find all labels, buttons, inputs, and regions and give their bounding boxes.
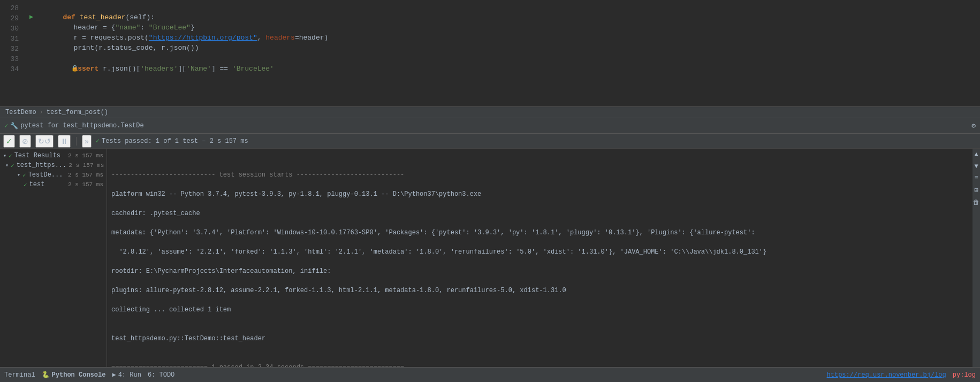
run-body: ▾ ✓ Test Results 2 s 157 ms ▾ ✓ test_htt… [0,149,980,367]
tree-check-test: ✓ [24,181,27,188]
python-console-button[interactable]: 🐍 Python Console [42,371,106,379]
run-panel: ✓ 🔧 pytest for test_httpsdemo.TestDemo.t… [0,118,980,367]
status-link[interactable]: https://req.usr.novenber.bj/log [827,371,946,379]
gutter-btn-1[interactable]: ≡ [974,174,978,182]
run-tab-label: pytest for test_httpsdemo.TestDemo.test_… [20,122,143,129]
tree-chevron-testhttps: ▾ [5,162,9,169]
tree-label-testde: TestDe... [28,171,63,179]
code-area: 28 29 30 31 32 33 34 ▶ def test_header(s… [0,0,980,118]
breadcrumb-part-2: test_form_post() [47,109,108,116]
code-line-28 [29,2,980,12]
tree-label-testhttps: test_https... [17,162,67,169]
status-bar-right: https://req.usr.novenber.bj/log py:log [827,371,976,379]
gutter-btn-2[interactable]: ⊞ [974,186,978,194]
tree-chevron-testde: ▾ [17,172,20,178]
console-line-3: cachedir: .pytest_cache [111,209,968,218]
code-text-31: r = requests.post("https://httpbin.org/p… [40,33,328,43]
console-line-5: '2.8.12', 'assume': '2.2.1', 'forked': '… [111,247,968,257]
todo-label: 6: TODO [148,371,174,379]
tree-time-results: 2 s 157 ms [68,152,103,159]
code-line-31: r = requests.post("https://httpbin.org/p… [29,33,980,43]
breakpoint-29 [35,12,44,22]
tree-item-results[interactable]: ▾ ✓ Test Results 2 s 157 ms [0,151,107,161]
tree-item-testde[interactable]: ▾ ✓ TestDe... 2 s 157 ms [0,170,107,180]
run-icon-status: ▶ [112,371,116,379]
console-line-6: rootdir: E:\PycharmProjects\Interfaceaut… [111,266,968,276]
code-text-30: header = {"name": "BruceLee"} [40,22,195,33]
run-tab-icon: 🔧 [10,122,18,130]
tree-time-testhttps: 2 s 157 ms [69,162,104,169]
tree-panel: ▾ ✓ Test Results 2 s 157 ms ▾ ✓ test_htt… [0,149,107,367]
test-status: ✓ Tests passed: 1 of 1 test – 2 s 157 ms [96,137,248,145]
run-button[interactable]: ▶ 4: Run [112,371,141,379]
code-text-32: print(r.status_code, r.json()) [40,43,199,53]
console-line-12: ========================= 1 passed in 2.… [111,363,968,367]
right-gutter: ▲ ▼ ≡ ⊞ 🗑 [973,149,980,367]
terminal-button[interactable]: Terminal [4,371,35,379]
run-icon-29[interactable]: ▶ [29,12,33,22]
tree-label-test: test [29,181,45,188]
todo-button[interactable]: 6: TODO [148,371,174,379]
breadcrumb-part-1: TestDemo [5,109,36,116]
code-text-33: assert r.json()['headers']['Name'] == 'B… [40,64,274,74]
run-label: 4: Run [118,371,141,379]
tree-time-test: 2 s 157 ms [68,181,103,188]
toolbar-sep-1 [76,137,77,146]
code-line-34 [29,84,980,94]
breakpoint-34 [29,84,38,94]
run-tab[interactable]: ✓ 🔧 pytest for test_httpsdemo.TestDemo.t… [4,122,143,130]
console-line-1: --------------------------- test session… [111,170,968,180]
tree-check-testde: ✓ [22,172,26,179]
breakpoint-33: 🔒 [29,53,38,84]
console-line-7: plugins: allure-pytest-2.8.12, assume-2.… [111,286,968,295]
code-line-33: 🔒 assert r.json()['headers']['Name'] == … [29,53,980,84]
line-numbers: 28 29 30 31 32 33 34 [0,2,24,106]
code-text-29: def test_header(self): [46,12,155,22]
tree-check-testhttps: ✓ [11,162,14,169]
breakpoint-28 [29,2,38,12]
pause-toolbar-button[interactable]: ⏸ [58,135,71,148]
code-content: ▶ def test_header(self): header = {"name… [24,2,980,106]
more-toolbar-button[interactable]: » [82,135,92,148]
rerun-toolbar-button[interactable]: ↻↺ [35,135,54,148]
code-line-32: print(r.status_code, r.json()) [29,43,980,53]
tree-item-test[interactable]: ✓ test 2 s 157 ms [0,180,107,189]
run-header: ✓ 🔧 pytest for test_httpsdemo.TestDemo.t… [0,118,980,134]
python-console-icon: 🐍 [42,371,50,379]
settings-button[interactable]: ⚙ [971,121,976,130]
terminal-label: Terminal [4,371,35,379]
tree-label-results: Test Results [14,152,60,159]
tree-item-testhttps[interactable]: ▾ ✓ test_https... 2 s 157 ms [0,161,107,170]
breakpoint-32 [29,43,38,53]
tree-chevron-results: ▾ [3,152,6,159]
run-tab-check-icon: ✓ [4,122,8,130]
breakpoint-31 [29,33,38,43]
python-console-label: Python Console [52,371,106,379]
console-output[interactable]: --------------------------- test session… [107,149,973,367]
breadcrumb: TestDemo › test_form_post() [0,106,980,118]
code-line-29: ▶ def test_header(self): [29,12,980,22]
test-status-check-icon: ✓ [96,137,100,145]
console-line-2: platform win32 -- Python 3.7.4, pytest-3… [111,189,968,199]
scroll-up-button[interactable]: ▲ [974,151,978,158]
tree-check-results: ✓ [9,152,12,159]
run-toolbar: ✓ ⊘ ↻↺ ⏸ » ✓ Tests passed: 1 of 1 test –… [0,134,980,149]
tree-time-testde: 2 s 157 ms [68,172,103,178]
console-line-8: collecting ... collected 1 item [111,305,968,315]
breadcrumb-sep: › [40,109,43,116]
console-line-10: test_httpsdemo.py::TestDemo::test_header [111,334,968,343]
scroll-down-button[interactable]: ▼ [974,163,978,170]
test-status-text: Tests passed: 1 of 1 test – 2 s 157 ms [102,137,248,145]
breakpoint-30 [29,22,38,33]
check-toolbar-button[interactable]: ✓ [3,135,15,148]
gutter-btn-3[interactable]: 🗑 [973,198,979,207]
console-line-4: metadata: {'Python': '3.7.4', 'Platform'… [111,228,968,238]
status-bar: Terminal 🐍 Python Console ▶ 4: Run 6: TO… [0,367,980,382]
status-right-text: py:log [953,371,976,379]
stop-toolbar-button[interactable]: ⊘ [19,135,31,148]
code-line-30: header = {"name": "BruceLee"} [29,22,980,33]
